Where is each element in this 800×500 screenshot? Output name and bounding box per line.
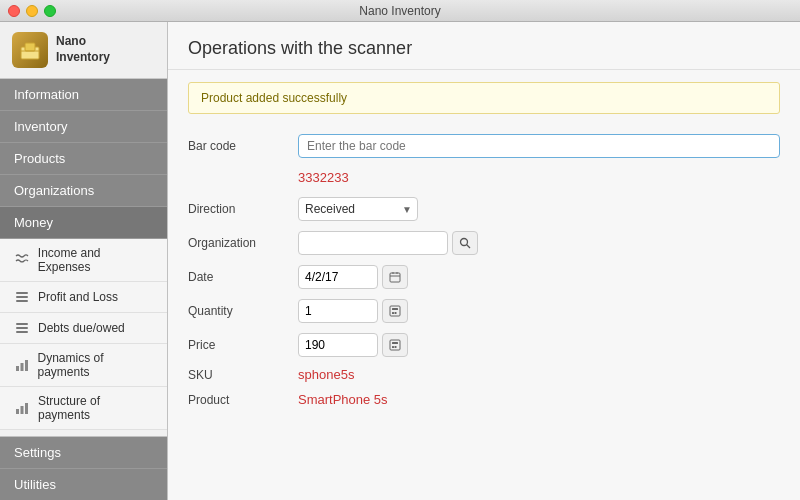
svg-rect-22 bbox=[392, 308, 398, 310]
sku-label: SKU bbox=[188, 368, 298, 382]
price-group bbox=[298, 333, 780, 357]
quantity-picker-button[interactable] bbox=[382, 299, 408, 323]
sidebar-item-utilities[interactable]: Utilities bbox=[0, 469, 167, 500]
sidebar-item-money[interactable]: Money bbox=[0, 207, 167, 239]
sidebar-subitem-dynamics[interactable]: Dynamics of payments bbox=[0, 344, 167, 387]
sidebar-subitem-profit-loss[interactable]: Profit and Loss bbox=[0, 282, 167, 313]
direction-control: Received Shipped ▼ bbox=[298, 197, 780, 221]
main-content: Operations with the scanner Product adde… bbox=[168, 22, 800, 500]
direction-select-wrapper: Received Shipped ▼ bbox=[298, 197, 418, 221]
main-header: Operations with the scanner bbox=[168, 22, 800, 70]
direction-label: Direction bbox=[188, 202, 298, 216]
organization-search-button[interactable] bbox=[452, 231, 478, 255]
quantity-input[interactable] bbox=[298, 299, 378, 323]
organization-label: Organization bbox=[188, 236, 298, 250]
svg-rect-3 bbox=[16, 292, 28, 294]
logo-icon bbox=[12, 32, 48, 68]
svg-rect-17 bbox=[390, 273, 400, 282]
titlebar: Nano Inventory bbox=[0, 0, 800, 22]
org-input-group bbox=[298, 231, 780, 255]
svg-rect-10 bbox=[20, 363, 23, 371]
sidebar-subitem-debts[interactable]: Debts due/owed bbox=[0, 313, 167, 344]
barcode-input[interactable] bbox=[298, 134, 780, 158]
date-picker-button[interactable] bbox=[382, 265, 408, 289]
sidebar-submenu: Income and Expenses Profit and Loss bbox=[0, 239, 167, 430]
structure-icon bbox=[14, 400, 30, 416]
sidebar-item-information[interactable]: Information bbox=[0, 79, 167, 111]
price-picker-button[interactable] bbox=[382, 333, 408, 357]
date-input[interactable] bbox=[298, 265, 378, 289]
quantity-row: Quantity bbox=[188, 299, 780, 323]
product-value: SmartPhone 5s bbox=[298, 392, 388, 407]
sidebar-subitem-structure[interactable]: Structure of payments bbox=[0, 387, 167, 430]
debts-icon bbox=[14, 320, 30, 336]
success-banner: Product added successfully bbox=[188, 82, 780, 114]
maximize-button[interactable] bbox=[44, 5, 56, 17]
dynamics-label: Dynamics of payments bbox=[37, 351, 155, 379]
logo-text: NanoInventory bbox=[56, 34, 110, 65]
price-input[interactable] bbox=[298, 333, 378, 357]
svg-rect-14 bbox=[25, 403, 28, 414]
svg-rect-6 bbox=[16, 323, 28, 325]
app-window: NanoInventory Information Inventory Prod… bbox=[0, 22, 800, 500]
date-group bbox=[298, 265, 780, 289]
svg-point-15 bbox=[461, 239, 468, 246]
search-icon bbox=[459, 237, 471, 249]
organization-row: Organization bbox=[188, 231, 780, 255]
svg-rect-1 bbox=[25, 43, 35, 51]
price-control bbox=[298, 333, 780, 357]
price-calculator-icon bbox=[389, 339, 401, 351]
svg-rect-9 bbox=[16, 366, 19, 371]
svg-rect-23 bbox=[392, 312, 394, 314]
quantity-control bbox=[298, 299, 780, 323]
sku-row: SKU sphone5s bbox=[188, 367, 780, 382]
dynamics-icon bbox=[14, 357, 29, 373]
sku-control: sphone5s bbox=[298, 367, 780, 382]
page-title: Operations with the scanner bbox=[188, 38, 780, 59]
svg-rect-4 bbox=[16, 296, 28, 298]
date-row: Date bbox=[188, 265, 780, 289]
structure-label: Structure of payments bbox=[38, 394, 155, 422]
sidebar: NanoInventory Information Inventory Prod… bbox=[0, 22, 168, 500]
product-control: SmartPhone 5s bbox=[298, 392, 780, 407]
date-label: Date bbox=[188, 270, 298, 284]
date-control bbox=[298, 265, 780, 289]
sidebar-item-organizations[interactable]: Organizations bbox=[0, 175, 167, 207]
organization-control bbox=[298, 231, 780, 255]
svg-rect-25 bbox=[390, 340, 400, 350]
product-label: Product bbox=[188, 393, 298, 407]
sidebar-item-inventory[interactable]: Inventory bbox=[0, 111, 167, 143]
svg-rect-7 bbox=[16, 327, 28, 329]
svg-rect-26 bbox=[392, 342, 398, 344]
debts-label: Debts due/owed bbox=[38, 321, 125, 335]
close-button[interactable] bbox=[8, 5, 20, 17]
income-expenses-label: Income and Expenses bbox=[38, 246, 155, 274]
direction-row: Direction Received Shipped ▼ bbox=[188, 197, 780, 221]
sidebar-logo: NanoInventory bbox=[0, 22, 167, 79]
calendar-icon bbox=[389, 271, 401, 283]
price-label: Price bbox=[188, 338, 298, 352]
sidebar-bottom: Settings Utilities bbox=[0, 436, 167, 500]
income-expenses-icon bbox=[14, 252, 30, 268]
sidebar-subitem-income-expenses[interactable]: Income and Expenses bbox=[0, 239, 167, 282]
quantity-group bbox=[298, 299, 780, 323]
price-row: Price bbox=[188, 333, 780, 357]
svg-rect-5 bbox=[16, 300, 28, 302]
form-area: Bar code 3332233 Direction Received Ship… bbox=[168, 126, 800, 425]
direction-select[interactable]: Received Shipped bbox=[298, 197, 418, 221]
sidebar-item-settings[interactable]: Settings bbox=[0, 437, 167, 469]
svg-rect-8 bbox=[16, 331, 28, 333]
svg-rect-28 bbox=[395, 346, 397, 348]
organization-input[interactable] bbox=[298, 231, 448, 255]
barcode-row: Bar code bbox=[188, 134, 780, 158]
svg-rect-11 bbox=[25, 360, 28, 371]
sidebar-item-products[interactable]: Products bbox=[0, 143, 167, 175]
svg-rect-12 bbox=[16, 409, 19, 414]
traffic-lights bbox=[8, 5, 56, 17]
svg-rect-24 bbox=[395, 312, 397, 314]
minimize-button[interactable] bbox=[26, 5, 38, 17]
quantity-label: Quantity bbox=[188, 304, 298, 318]
barcode-value: 3332233 bbox=[298, 168, 349, 187]
profit-loss-icon bbox=[14, 289, 30, 305]
svg-rect-27 bbox=[392, 346, 394, 348]
